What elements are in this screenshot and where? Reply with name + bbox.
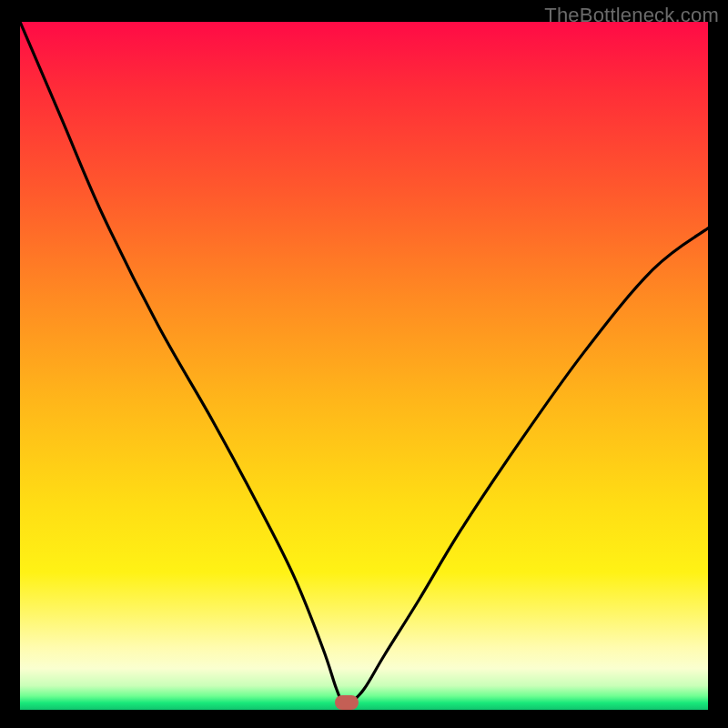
minimum-marker <box>335 695 359 710</box>
curve-path <box>20 22 708 705</box>
plot-area <box>20 22 708 710</box>
watermark-text: TheBottleneck.com <box>544 4 719 27</box>
bottleneck-curve <box>20 22 708 710</box>
chart-frame: TheBottleneck.com <box>0 0 728 728</box>
